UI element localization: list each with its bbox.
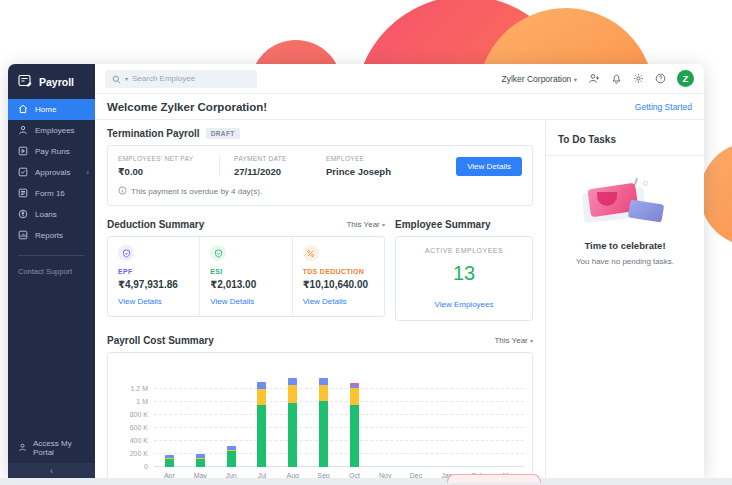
chart-plot bbox=[154, 367, 524, 467]
sidebar-item-label: Approvals bbox=[35, 168, 71, 177]
green-segment bbox=[257, 405, 266, 467]
sidebar-collapse-button[interactable]: ‹ bbox=[8, 463, 95, 478]
termination-payroll-card: EMPLOYEES' NET PAY ₹0.00 PAYMENT DATE 27… bbox=[107, 145, 533, 206]
draft-status-badge: DRAFT bbox=[206, 128, 240, 139]
tds-percent-icon bbox=[303, 245, 319, 261]
org-selector[interactable]: Zylker Corporation ▾ bbox=[501, 74, 577, 84]
search-icon bbox=[112, 70, 121, 88]
field-label: EMPLOYEE bbox=[326, 155, 391, 162]
yellow-segment bbox=[319, 385, 328, 402]
tds-view-details-link[interactable]: View Details bbox=[303, 297, 347, 306]
yellow-segment bbox=[257, 389, 266, 405]
topbar: ▾ Zylker Corporation ▾ bbox=[95, 64, 704, 94]
bar-jul-2020[interactable] bbox=[257, 382, 266, 467]
sidebar-item-form-16[interactable]: Form 16 bbox=[8, 183, 95, 204]
todo-headline: Time to celebrate! bbox=[546, 240, 704, 251]
employee-field: EMPLOYEE Prince Joseph bbox=[326, 155, 403, 177]
sidebar-item-home[interactable]: Home bbox=[8, 99, 95, 120]
active-employees-label: ACTIVE EMPLOYEES bbox=[402, 247, 526, 254]
deduction-value: ₹4,97,931.86 bbox=[118, 279, 189, 290]
x-tick-label: Nov2020 bbox=[370, 471, 401, 478]
net-pay-field: EMPLOYEES' NET PAY ₹0.00 bbox=[118, 155, 220, 177]
esi-deduction-item: ESI ₹2,013.00 View Details bbox=[200, 237, 292, 316]
x-tick-label: Sep2020 bbox=[308, 471, 339, 478]
deduction-summary-section: Deduction Summary This Year ▾ bbox=[107, 219, 385, 321]
y-tick-label: 800 K bbox=[130, 411, 148, 418]
yellow-segment bbox=[288, 385, 297, 403]
payroll-logo-icon bbox=[18, 73, 33, 91]
deduction-label: EPF bbox=[118, 268, 189, 275]
deduction-summary-card: EPF ₹4,97,931.86 View Details ESI ₹ bbox=[107, 236, 385, 317]
bar-oct-2020[interactable] bbox=[350, 383, 359, 467]
y-tick-label: 200 K bbox=[130, 450, 148, 457]
portal-user-icon bbox=[18, 443, 27, 454]
bottom-strip bbox=[0, 478, 732, 485]
chevron-down-icon: ▾ bbox=[574, 76, 577, 83]
settings-gear-icon[interactable] bbox=[633, 73, 644, 84]
sidebar-item-pay-runs[interactable]: Pay Runs bbox=[8, 141, 95, 162]
field-label: EMPLOYEES' NET PAY bbox=[118, 155, 207, 162]
sidebar-item-loans[interactable]: Loans bbox=[8, 204, 95, 225]
help-question-icon[interactable] bbox=[655, 73, 666, 84]
green-segment bbox=[196, 459, 205, 467]
sidebar-item-label: Reports bbox=[35, 231, 63, 240]
payroll-cost-title: Payroll Cost Summary bbox=[107, 335, 214, 346]
bar-sep-2020[interactable] bbox=[319, 378, 328, 467]
pay-runs-icon bbox=[18, 146, 28, 158]
blue-segment bbox=[257, 382, 266, 389]
green-segment bbox=[319, 401, 328, 467]
green-segment bbox=[165, 459, 174, 467]
sidebar-item-employees[interactable]: Employees bbox=[8, 120, 95, 141]
deduction-filter-dropdown[interactable]: This Year ▾ bbox=[346, 220, 385, 229]
sidebar-item-reports[interactable]: Reports bbox=[8, 225, 95, 246]
x-tick-label: Oct2020 bbox=[339, 471, 370, 478]
payment-date-field: PAYMENT DATE 27/11/2020 bbox=[234, 155, 326, 177]
org-name: Zylker Corporation bbox=[501, 74, 571, 84]
page: Payroll Home Employees Pay Runs bbox=[0, 0, 732, 485]
x-tick-label: Aug2020 bbox=[277, 471, 308, 478]
getting-started-link[interactable]: Getting Started bbox=[635, 102, 692, 112]
search-scope-chevron-icon[interactable]: ▾ bbox=[125, 75, 128, 82]
chart-slots bbox=[154, 367, 524, 467]
epf-deduction-item: EPF ₹4,97,931.86 View Details bbox=[108, 237, 200, 316]
y-tick-label: 600 K bbox=[130, 424, 148, 431]
esi-view-details-link[interactable]: View Details bbox=[210, 297, 254, 306]
y-tick-label: 1 M bbox=[136, 398, 148, 405]
epf-view-details-link[interactable]: View Details bbox=[118, 297, 162, 306]
chevron-right-icon: › bbox=[86, 168, 89, 177]
view-employees-link[interactable]: View Employees bbox=[435, 300, 494, 309]
bar-jun-2020[interactable] bbox=[227, 446, 236, 467]
employee-summary-section: Employee Summary ACTIVE EMPLOYEES 13 Vie… bbox=[395, 219, 533, 321]
deduction-summary-title: Deduction Summary bbox=[107, 219, 204, 230]
page-title: Welcome Zylker Corporation! bbox=[107, 101, 267, 113]
todo-panel: To Do Tasks Time to celebrate! You have … bbox=[545, 120, 704, 478]
chevron-left-icon: ‹ bbox=[50, 466, 53, 476]
chevron-down-icon: ▾ bbox=[382, 222, 385, 228]
x-tick-label: Apr2020 bbox=[154, 471, 185, 478]
bar-apr-2020[interactable] bbox=[165, 455, 174, 467]
bar-aug-2020[interactable] bbox=[288, 378, 297, 467]
search-box[interactable]: ▾ bbox=[105, 70, 257, 88]
overdue-note: This payment is overdue by 4 day(s). bbox=[131, 187, 262, 196]
add-user-icon[interactable] bbox=[588, 73, 600, 84]
payroll-cost-filter-dropdown[interactable]: This Year ▾ bbox=[494, 336, 533, 345]
field-value: 27/11/2020 bbox=[234, 166, 314, 177]
x-tick-label: Jun2020 bbox=[216, 471, 247, 478]
access-my-portal-button[interactable]: Access My Portal bbox=[8, 433, 95, 463]
view-details-button[interactable]: View Details bbox=[456, 157, 522, 176]
x-tick-label: Jul2020 bbox=[246, 471, 277, 478]
app-logo: Payroll bbox=[8, 64, 95, 99]
sidebar-item-approvals[interactable]: Approvals › bbox=[8, 162, 95, 183]
user-avatar[interactable]: Z bbox=[677, 70, 694, 87]
notifications-bell-icon[interactable] bbox=[611, 73, 622, 84]
bar-may-2020[interactable] bbox=[196, 454, 205, 467]
main-area: ▾ Zylker Corporation ▾ bbox=[95, 64, 704, 478]
app-window: Payroll Home Employees Pay Runs bbox=[8, 64, 704, 478]
form16-icon bbox=[18, 188, 28, 200]
x-tick-label: May2020 bbox=[185, 471, 216, 478]
search-input[interactable] bbox=[132, 74, 232, 83]
access-portal-label: Access My Portal bbox=[33, 439, 85, 457]
todo-title: To Do Tasks bbox=[558, 134, 616, 145]
field-value: Prince Joseph bbox=[326, 166, 391, 177]
contact-support-link[interactable]: Contact Support bbox=[8, 265, 95, 278]
